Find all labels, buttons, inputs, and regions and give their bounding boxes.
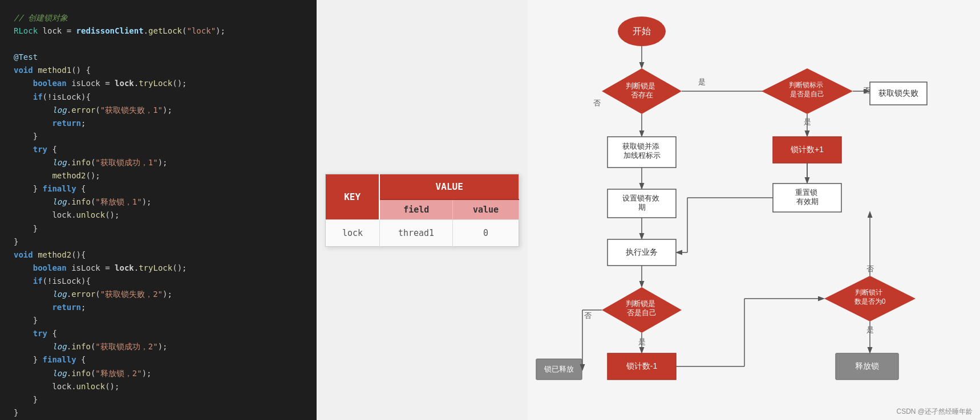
code-panel: // 创建锁对象 RLock lock = redissonClient.get… (0, 0, 317, 420)
no-label-2: 否 (584, 311, 592, 320)
redis-table: KEY VALUE field value lock thread1 0 (325, 174, 519, 247)
table-row: lock thread1 0 (326, 219, 519, 246)
lock-released-label: 锁已释放 (544, 365, 574, 373)
lock-count-plus-label: 锁计数+1 (790, 145, 824, 154)
row-field: thread1 (379, 219, 452, 246)
get-lock-label: 获取锁并添 加线程标示 (622, 142, 662, 160)
check-lock-self2-label: 判断锁是 否是自己 (626, 299, 658, 317)
release-lock-label: 释放锁 (855, 361, 879, 370)
no-label-3: 否 (863, 86, 870, 95)
yes-label-1: 是 (698, 78, 706, 86)
execute-business-label: 执行业务 (626, 247, 658, 256)
row-key: lock (326, 219, 380, 246)
no-label-1: 否 (593, 99, 601, 107)
get-lock-fail-label: 获取锁失败 (878, 88, 918, 97)
reset-expire-label: 重置锁 有效期 (795, 188, 820, 206)
value-col-header: value (453, 199, 519, 220)
table-panel: KEY VALUE field value lock thread1 0 (317, 0, 528, 420)
flowchart-svg: 开始 判断锁是 否存在 否 是 获取锁并添 加线程标示 设置锁有效 期 (528, 0, 980, 420)
svg-rect-0 (528, 0, 980, 420)
lock-count-minus-label: 锁计数-1 (626, 361, 658, 370)
field-header: field (379, 199, 452, 220)
check-lock-exists-label: 判断锁是 否存在 (626, 81, 658, 99)
flowchart-panel: 开始 判断锁是 否存在 否 是 获取锁并添 加线程标示 设置锁有效 期 (528, 0, 980, 420)
row-value: 0 (453, 219, 519, 246)
start-label: 开始 (633, 26, 651, 36)
key-header: KEY (326, 174, 380, 219)
watermark: CSDN @还孑然经睡年龄 (896, 407, 973, 415)
code-content: // 创建锁对象 RLock lock = redissonClient.get… (14, 11, 303, 419)
value-header: VALUE (379, 174, 519, 199)
